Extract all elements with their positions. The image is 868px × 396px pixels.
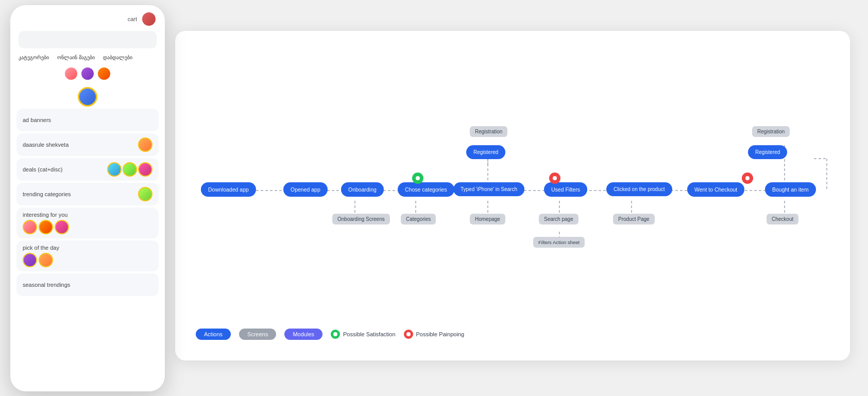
satisfaction-dot-1 [412, 173, 423, 184]
legend-painpoint-label: Possible Painpoing [416, 331, 465, 337]
phone-header: cart [10, 5, 165, 31]
interesting-av1 [23, 220, 37, 234]
ad-banners-section: ad banners [16, 109, 159, 131]
onboarding-screens-node: Onboarding Screens [332, 214, 390, 225]
single-avatar [78, 87, 97, 107]
checkout-node: Checkout [767, 214, 798, 225]
interesting-section: interesting for you [16, 208, 159, 238]
avatar-2 [80, 66, 95, 81]
search-bar[interactable] [19, 31, 157, 48]
used-filters-node[interactable]: Used Filters [544, 182, 587, 197]
registered-center-node: Registered [466, 145, 505, 159]
nav-cat-3[interactable]: დაბდალები [103, 55, 132, 60]
ad-banners-label: ad banners [23, 117, 51, 123]
legend-screens[interactable]: Screens [239, 329, 276, 340]
legend-painpoint: Possible Painpoing [404, 330, 465, 339]
deals-label: deals (cat+disc) [23, 166, 62, 173]
legend-sat-inner [333, 332, 337, 336]
interesting-label: interesting for you [23, 212, 67, 218]
legend-painpoint-dot [404, 330, 413, 339]
registered-right-node: Registered [748, 145, 787, 159]
satisfaction-inner-1 [416, 176, 420, 180]
deals-section: deals (cat+disc) [16, 158, 159, 181]
interesting-av3 [55, 220, 69, 234]
pick-av1 [23, 253, 37, 267]
cart-avatar[interactable] [141, 11, 157, 27]
categories-node: Categories [401, 214, 436, 225]
trending-avatar [138, 187, 152, 201]
search-page-node: Search page [539, 214, 578, 225]
downloaded-app-node[interactable]: Downloaded app [201, 182, 256, 197]
legend-modules[interactable]: Modules [284, 329, 322, 340]
nav-cat-1[interactable]: კატეგორები [19, 55, 49, 60]
filters-action-sheet-node: Filters Action sheet [533, 237, 585, 248]
daasrule-label: daasrule shekveta [23, 142, 69, 148]
chose-categories-node[interactable]: Chose categories [398, 182, 454, 197]
seasonal-label: seasonal trendings [23, 282, 70, 288]
bought-item-node[interactable]: Bought an item [765, 182, 816, 197]
single-avatar-section [10, 87, 165, 107]
interesting-av2 [39, 220, 53, 234]
flow-container: Downloaded app Opened app Onboarding Cho… [175, 31, 850, 360]
daasrule-avatar [138, 137, 152, 152]
legend-actions[interactable]: Actions [196, 329, 231, 340]
deals-avatar-3 [138, 162, 152, 177]
nav-categories: კატეგორები ონლაინ მაგები დაბდალები [10, 53, 165, 64]
avatars-row [10, 64, 165, 85]
pick-label: pick of the day [23, 245, 59, 251]
trending-section: trending categories [16, 183, 159, 205]
painpoint-inner-1 [553, 176, 557, 180]
opened-app-node[interactable]: Opened app [283, 182, 328, 197]
clicked-product-node[interactable]: Clicked on the product [606, 182, 672, 196]
homepage-node: Homepage [470, 214, 505, 225]
painpoint-dot-1 [549, 173, 560, 184]
legend: Actions Screens Modules Possible Satisfa… [196, 329, 464, 340]
deals-avatar-2 [123, 162, 137, 177]
pick-avatars [23, 253, 53, 267]
phone-mockup: cart კატეგორები ონლაინ მაგები დაბდალები … [10, 5, 165, 391]
legend-satisfaction: Possible Satisfaction [331, 330, 396, 339]
cart-label: cart [128, 16, 137, 22]
painpoint-inner-2 [745, 176, 750, 180]
legend-pain-inner [406, 332, 411, 336]
registration-center-node: Registration [470, 126, 507, 137]
deals-avatar-1 [107, 162, 122, 177]
interesting-avatars [23, 220, 69, 234]
trending-label: trending categories [23, 191, 71, 197]
avatar-1 [64, 66, 78, 81]
flow-diagram: Downloaded app Opened app Onboarding Cho… [175, 31, 850, 360]
typed-phone-node[interactable]: Typed 'iPhone' in Search [453, 182, 524, 196]
legend-satisfaction-dot [331, 330, 340, 339]
pick-section: pick of the day [16, 240, 159, 271]
registration-right-node: Registration [752, 126, 790, 137]
onboarding-node[interactable]: Onboarding [341, 182, 384, 197]
pick-av2 [39, 253, 53, 267]
painpoint-dot-2 [742, 173, 753, 184]
seasonal-section: seasonal trendings [16, 273, 159, 296]
legend-satisfaction-label: Possible Satisfaction [343, 331, 396, 337]
avatar-3 [97, 66, 111, 81]
daasrule-section: daasrule shekveta [16, 133, 159, 156]
went-checkout-node[interactable]: Went to Checkout [687, 182, 744, 197]
nav-cat-2[interactable]: ონლაინ მაგები [57, 55, 95, 60]
product-page-node: Product Page [613, 214, 655, 225]
